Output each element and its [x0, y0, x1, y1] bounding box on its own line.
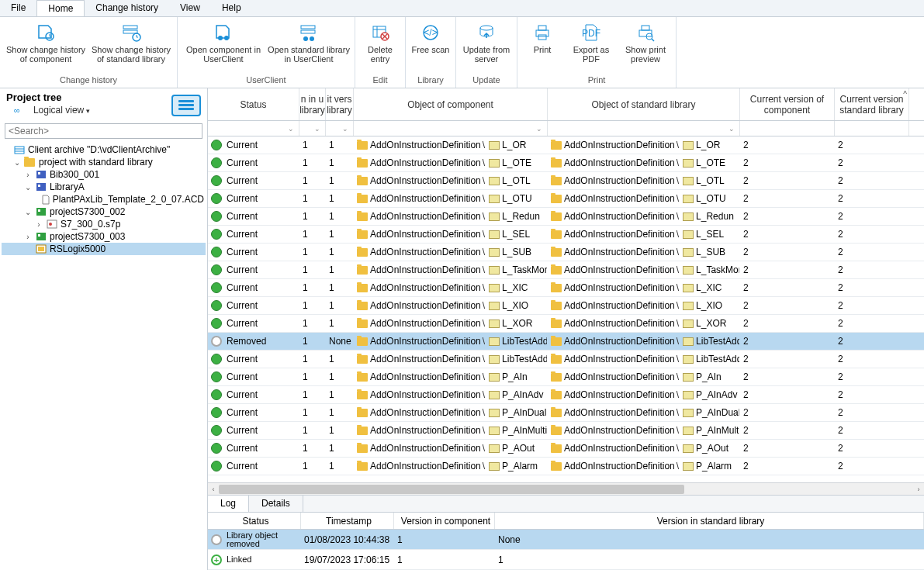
cell-v2: 1 [326, 157, 354, 168]
tree-node[interactable]: ⌄LibraryA [2, 181, 206, 193]
cell-v2: 1 [326, 211, 354, 222]
log-row[interactable]: +Linked19/07/2023 17:06:1511 [208, 550, 924, 570]
col-current-version-component[interactable]: Current version of component [740, 88, 835, 120]
log-col-version-stdlib[interactable]: Version in standard library [495, 513, 924, 529]
col-object-component[interactable]: Object of component [354, 88, 548, 120]
tree-node[interactable]: RSLogix5000 [2, 243, 206, 255]
table-row[interactable]: Current11AddOnInstructionDefinition\L_SU… [208, 244, 924, 261]
filter-v2[interactable]: ⌄ [326, 121, 354, 136]
tree-toggle-icon[interactable]: › [23, 233, 33, 241]
free-scan-button[interactable]: </>Free scan [409, 19, 452, 74]
table-row[interactable]: Current11AddOnInstructionDefinition\L_OT… [208, 190, 924, 208]
log-status-text: Linked [227, 555, 251, 564]
log-row[interactable]: Library object removed01/08/2023 10:44:3… [208, 530, 924, 550]
menu-home[interactable]: Home [36, 0, 85, 16]
table-row[interactable]: Current11AddOnInstructionDefinition\P_AI… [208, 422, 924, 440]
table-row[interactable]: Current11AddOnInstructionDefinition\L_Ta… [208, 261, 924, 279]
table-row[interactable]: Current11AddOnInstructionDefinition\P_Al… [208, 458, 924, 475]
folder-icon [357, 195, 368, 203]
table-row[interactable]: Current11AddOnInstructionDefinition\P_AI… [208, 386, 924, 404]
print-button[interactable]: Print [521, 19, 564, 74]
tree-node[interactable]: PlantPAxLib_Template_2_0_07.ACD [2, 193, 206, 206]
tree-toggle-icon[interactable]: ⌄ [23, 183, 33, 192]
cell-object-component: AddOnInstructionDefinition\LibTestAddSec [354, 354, 548, 364]
tree-node[interactable]: Client archive "D:\vdClientArchive" [2, 143, 206, 156]
tree-node[interactable]: ›Bib300_001 [2, 168, 206, 181]
cell-v1: 1 [299, 371, 326, 382]
tab-log[interactable]: Log [208, 496, 249, 512]
table-row[interactable]: Current11AddOnInstructionDefinition\L_OT… [208, 172, 924, 190]
tree-toggle-icon[interactable]: ⌄ [23, 208, 33, 216]
open-component-button[interactable]: Open component in UserClient [181, 19, 266, 74]
table-row[interactable]: Current11AddOnInstructionDefinition\LibT… [208, 351, 924, 368]
cell-cv2: 2 [835, 461, 909, 472]
tree-node[interactable]: ›projectS7300_003 [2, 230, 206, 243]
col-version-in-lib[interactable]: n in u library [299, 88, 326, 120]
filter-obj2[interactable]: ⌄ [548, 121, 740, 136]
cell-object-component: AddOnInstructionDefinition\P_Alarm [354, 461, 548, 472]
col-it-vers-lib[interactable]: it vers library [326, 88, 354, 120]
cell-cv1: 2 [740, 264, 835, 275]
cell-cv1: 2 [740, 354, 835, 364]
status-text: Current [227, 229, 258, 240]
cell-cv2: 2 [835, 443, 909, 454]
col-status[interactable]: Status [208, 88, 299, 120]
update-from-server-button[interactable]: Update from server [459, 19, 514, 74]
view-toggle-button[interactable] [171, 95, 201, 116]
cell-v1: 1 [299, 300, 326, 311]
log-col-timestamp[interactable]: Timestamp [301, 513, 394, 529]
cell-v1: 1 [299, 425, 326, 436]
change-history-component-button[interactable]: Show change history of component [3, 19, 88, 74]
tree-toggle-icon[interactable]: › [34, 220, 43, 229]
grid-body[interactable]: Current11AddOnInstructionDefinition\L_OR… [208, 136, 924, 482]
print-preview-button[interactable]: Show print preview [618, 19, 673, 74]
menu-help[interactable]: Help [211, 0, 252, 16]
cell-object-stdlib: AddOnInstructionDefinition\P_AInMulti [548, 425, 740, 436]
filter-v1[interactable]: ⌄ [299, 121, 326, 136]
menu-view[interactable]: View [169, 0, 211, 16]
table-row[interactable]: Current11AddOnInstructionDefinition\L_XI… [208, 297, 924, 315]
col-current-version-stdlib[interactable]: Current version standard library^ [835, 88, 909, 120]
filter-obj1[interactable]: ⌄ [354, 121, 548, 136]
folder-icon [357, 159, 368, 168]
table-row[interactable]: Current11AddOnInstructionDefinition\L_SE… [208, 226, 924, 244]
table-row[interactable]: Removed1NoneAddOnInstructionDefinition\L… [208, 333, 924, 351]
table-row[interactable]: Current11AddOnInstructionDefinition\P_AO… [208, 440, 924, 458]
cell-cv1: 2 [740, 318, 835, 329]
change-history-stdlib-button[interactable]: Show change history of standard library [88, 19, 174, 74]
table-row[interactable]: Current11AddOnInstructionDefinition\P_AI… [208, 404, 924, 422]
table-row[interactable]: Current11AddOnInstructionDefinition\L_Re… [208, 208, 924, 226]
log-col-version-component[interactable]: Version in component [394, 513, 495, 529]
col-object-stdlib[interactable]: Object of standard library [548, 88, 740, 120]
tree-toggle-icon[interactable]: › [23, 171, 33, 179]
horizontal-scrollbar[interactable]: ‹ › [208, 482, 924, 495]
svg-point-5 [224, 36, 229, 40]
open-stdlib-button[interactable]: Open standard library in UserClient [266, 19, 351, 74]
tree-toggle-icon[interactable]: ⌄ [12, 158, 22, 167]
tab-details[interactable]: Details [249, 496, 303, 512]
cell-v1: 1 [299, 318, 326, 329]
export-pdf-button[interactable]: PDFExport as PDF [564, 19, 618, 74]
filter-cv2[interactable] [835, 121, 909, 136]
log-status-text: Library object removed [227, 531, 301, 548]
tree-node[interactable]: ›S7_300_0.s7p [2, 218, 206, 230]
filter-cv1[interactable] [740, 121, 835, 136]
svg-rect-6 [301, 26, 315, 29]
filter-status[interactable]: ⌄ [208, 121, 299, 136]
delete-entry-button[interactable]: Delete entry [358, 19, 402, 74]
table-row[interactable]: Current11AddOnInstructionDefinition\L_OT… [208, 154, 924, 172]
cell-cv1: 2 [740, 211, 835, 222]
menu-change-history[interactable]: Change history [85, 0, 169, 16]
table-row[interactable]: Current11AddOnInstructionDefinition\P_AI… [208, 368, 924, 386]
menu-file[interactable]: File [0, 0, 36, 16]
table-row[interactable]: Current11AddOnInstructionDefinition\L_OR… [208, 136, 924, 154]
table-row[interactable]: Current11AddOnInstructionDefinition\L_XI… [208, 279, 924, 297]
tree-folder-icon [24, 157, 36, 168]
svg-text:PDF: PDF [582, 28, 600, 39]
search-input[interactable] [5, 123, 202, 139]
tree-node[interactable]: ⌄project with standard library [2, 156, 206, 168]
log-col-status[interactable]: Status [208, 513, 301, 529]
logical-view-dropdown[interactable]: Logical view ▾ [6, 103, 96, 119]
table-row[interactable]: Current11AddOnInstructionDefinition\L_XO… [208, 315, 924, 333]
tree-node[interactable]: ⌄projectS7300_002 [2, 206, 206, 218]
